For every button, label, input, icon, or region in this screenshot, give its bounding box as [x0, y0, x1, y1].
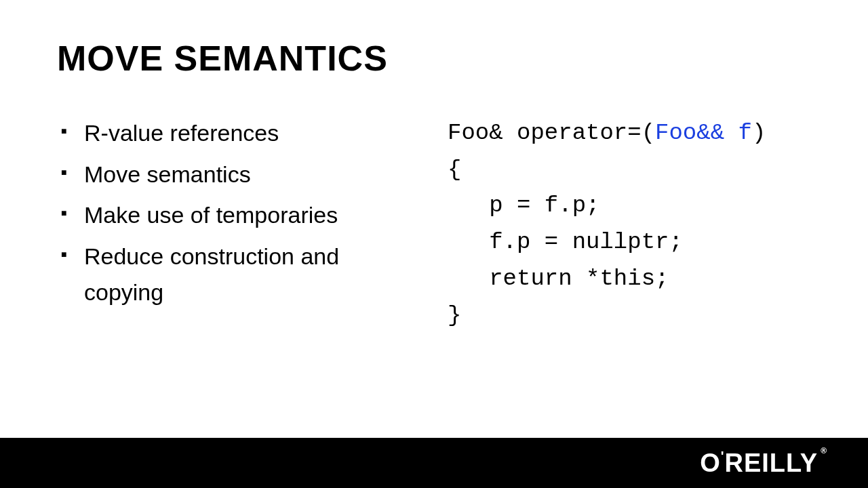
brand-text: REILLY	[725, 449, 818, 478]
code-text: }	[448, 302, 461, 328]
code-block: Foo& operator=(Foo&& f) { p = f.p; f.p =…	[448, 115, 766, 333]
code-text: )	[752, 120, 766, 146]
bullet-list: R-value references Move semantics Make u…	[61, 115, 414, 315]
bullet-item: Move semantics	[61, 157, 414, 192]
bullet-item: R-value references	[61, 115, 414, 151]
code-text: Foo& operator=(	[448, 120, 655, 146]
brand-text: O	[700, 449, 721, 478]
slide-title: MOVE SEMANTICS	[57, 38, 388, 79]
code-highlight: Foo&& f	[655, 120, 752, 146]
brand-apostrophe: '	[721, 449, 725, 464]
code-text: f.p = nullptr;	[448, 229, 683, 255]
code-text: p = f.p;	[448, 192, 599, 218]
bullet-item: Reduce construction and copying	[61, 239, 414, 310]
code-text: {	[448, 157, 461, 182]
bullet-item: Make use of temporaries	[61, 197, 414, 233]
brand-logo: O'REILLY®	[700, 449, 827, 478]
footer-bar: O'REILLY®	[0, 438, 868, 488]
registered-mark-icon: ®	[821, 446, 827, 455]
slide: MOVE SEMANTICS R-value references Move s…	[0, 0, 868, 488]
code-text: return *this;	[448, 266, 669, 291]
